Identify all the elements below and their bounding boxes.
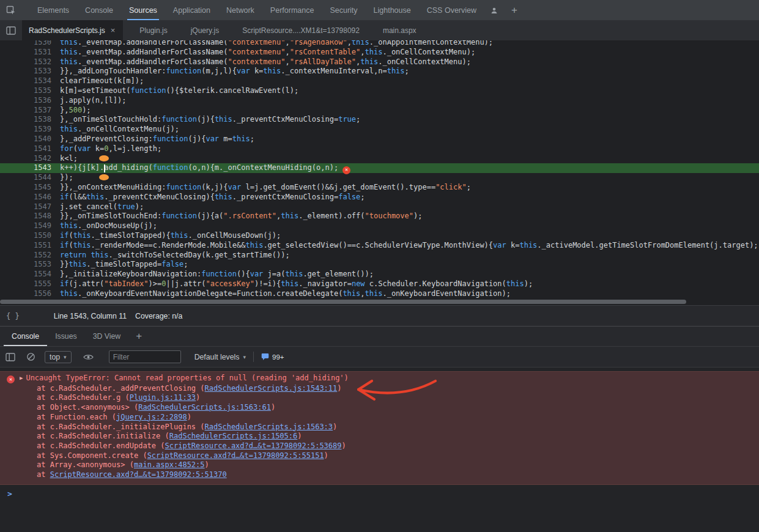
source-link[interactable]: RadSchedulerScripts.js:1563:3 [205,423,333,431]
drawer-tab-issues[interactable]: Issues [47,327,85,346]
line-number[interactable]: 1538 [0,115,60,125]
line-number[interactable]: 1530 [0,40,60,48]
code-line-1548[interactable]: 1548}},_onTimeSlotTouchEnd:function(j){a… [0,212,759,221]
code-line-1541[interactable]: 1541for(var k=0,l=j.length; [0,144,759,154]
source-link[interactable]: jQuery.js:2:2898 [116,413,187,421]
line-number[interactable]: 1544 [0,173,60,183]
inline-error-icon[interactable]: ✕ [342,166,350,174]
code-line-1552[interactable]: 1552return this._switchToSelectedDay(k.g… [0,251,759,260]
code-line-1534[interactable]: 1534clearTimeout(k[m]); [0,76,759,86]
line-number[interactable]: 1553 [0,260,60,270]
source-link[interactable]: main.aspx:4852:5 [134,460,205,469]
line-number[interactable]: 1556 [0,289,60,298]
scrollbar-thumb[interactable] [0,300,686,304]
console-sidebar-icon[interactable] [0,353,21,361]
source-link[interactable]: RadSchedulerScripts.js:1563:61 [138,403,271,412]
line-number[interactable]: 1539 [0,125,60,135]
code-line-1533[interactable]: 1533}},_addLongTouchHandler:function(m,j… [0,67,759,76]
clear-console-icon[interactable] [21,352,41,361]
inspect-icon[interactable] [0,0,22,20]
line-number[interactable]: 1551 [0,241,60,251]
person-icon[interactable] [484,0,504,20]
console-prompt[interactable]: > [0,485,759,500]
horizontal-scrollbar[interactable] [0,298,759,305]
line-number[interactable]: 1549 [0,221,60,231]
line-number[interactable]: 1542 [0,154,60,164]
code-line-1543[interactable]: 1543k++){j[k].add_hiding(function(o,n){m… [0,163,759,173]
source-link[interactable]: Plugin.js:11:33 [130,393,196,402]
file-tab-scriptresource-xm1-t-13798092[interactable]: ScriptResource....XM1&t=13798092 [235,20,366,40]
source-link[interactable]: ScriptResource.axd?d…&t=13798092:5:55151 [147,451,324,460]
line-number[interactable]: 1546 [0,193,60,202]
line-number[interactable]: 1547 [0,202,60,212]
file-tab-radschedulerscripts-js[interactable]: RadSchedulerScripts.js× [22,20,123,40]
source-link[interactable]: ScriptResource.axd?d…&t=13798092:5:51370 [50,470,227,479]
line-number[interactable]: 1535 [0,86,60,96]
source-link[interactable]: RadSchedulerScripts.js:1543:11 [205,384,338,393]
code-line-1555[interactable]: 1555if(j.attr("tabIndex")>=0||j.attr("ac… [0,279,759,289]
line-number[interactable]: 1545 [0,183,60,193]
log-levels-selector[interactable]: Default levels ▾ [194,353,246,361]
code-line-1532[interactable]: 1532this._eventMap.addHandlerForClassNam… [0,57,759,67]
code-line-1542[interactable]: 1542k<l; [0,154,759,164]
selection-handle-top[interactable] [99,155,109,161]
pretty-print-button[interactable]: { } [6,312,20,320]
code-line-1538[interactable]: 1538},_onTimeSlotTouchHold:function(j){t… [0,115,759,125]
line-number[interactable]: 1543 [0,163,60,173]
tab-security[interactable]: Security [322,0,365,20]
drawer-tab-console[interactable]: Console [4,327,47,346]
tab-console[interactable]: Console [77,0,121,20]
file-tab-jquery-js[interactable]: jQuery.js [184,20,226,40]
code-line-1535[interactable]: 1535k[m]=setTimeout(function(){$telerik.… [0,86,759,96]
tab-performance[interactable]: Performance [262,0,322,20]
console-error-message[interactable]: ✕ ▶Uncaught TypeError: Cannot read prope… [0,371,759,485]
close-icon[interactable]: × [109,26,117,35]
messages-count-button[interactable]: 99+ [261,353,284,361]
drawer-tab-3d-view[interactable]: 3D View [85,327,129,346]
code-line-1539[interactable]: 1539this._onCellContextMenu(j); [0,125,759,135]
navigator-toggle-icon[interactable] [0,20,22,40]
eye-icon[interactable] [78,353,99,361]
line-number[interactable]: 1541 [0,144,60,154]
line-number[interactable]: 1548 [0,212,60,221]
line-number[interactable]: 1555 [0,279,60,289]
line-number[interactable]: 1550 [0,231,60,241]
line-number[interactable]: 1532 [0,57,60,67]
code-line-1547[interactable]: 1547j.set_cancel(true); [0,202,759,212]
tab-sources[interactable]: Sources [121,0,165,20]
tab-lighthouse[interactable]: Lighthouse [366,0,419,20]
line-number[interactable]: 1536 [0,96,60,106]
source-link[interactable]: RadSchedulerScripts.js:1505:6 [169,432,298,440]
expand-triangle-icon[interactable]: ▶ [20,374,23,383]
code-line-1544[interactable]: 1544}); [0,173,759,183]
more-tabs-button[interactable]: + [504,0,525,20]
code-line-1536[interactable]: 1536j.apply(n,[l]); [0,96,759,106]
code-line-1551[interactable]: 1551if(this._renderMode==c.RenderMode.Mo… [0,241,759,251]
code-line-1537[interactable]: 1537},500); [0,106,759,116]
code-line-1540[interactable]: 1540},_addPreventClosing:function(j){var… [0,135,759,144]
code-line-1546[interactable]: 1546if(l&&this._preventCtxMenuClosing){t… [0,193,759,202]
add-drawer-tab-button[interactable]: + [128,327,149,346]
line-number[interactable]: 1537 [0,106,60,116]
line-number[interactable]: 1554 [0,270,60,279]
source-link[interactable]: ScriptResource.axd?d…&t=13798092:5:53689 [165,441,342,450]
code-line-1549[interactable]: 1549this._onDocMouseUp(j); [0,221,759,231]
file-tab-plugin-js[interactable]: Plugin.js [133,20,174,40]
code-line-1556[interactable]: 1556this._onKeyboardEventNavigationDeleg… [0,289,759,298]
code-line-1545[interactable]: 1545}},_onContextMenuHiding:function(k,j… [0,183,759,193]
code-line-1553[interactable]: 1553}}this._timeSlotTapped=false; [0,260,759,270]
file-tab-main-aspx[interactable]: main.aspx [376,20,423,40]
tab-elements[interactable]: Elements [29,0,77,20]
tab-application[interactable]: Application [165,0,218,20]
line-number[interactable]: 1552 [0,251,60,260]
code-line-1530[interactable]: 1530this._eventMap.addHandlerForClassNam… [0,40,759,48]
selection-handle-bottom[interactable] [99,174,109,180]
code-line-1554[interactable]: 1554},_initializeKeyboardNavigation:func… [0,270,759,279]
code-line-1531[interactable]: 1531this._eventMap.addHandlerForClassNam… [0,48,759,57]
line-number[interactable]: 1534 [0,76,60,86]
line-number[interactable]: 1531 [0,48,60,57]
tab-network[interactable]: Network [218,0,262,20]
filter-input[interactable] [109,350,181,363]
tab-css-overview[interactable]: CSS Overview [419,0,484,20]
context-selector[interactable]: top ▾ [45,351,72,363]
